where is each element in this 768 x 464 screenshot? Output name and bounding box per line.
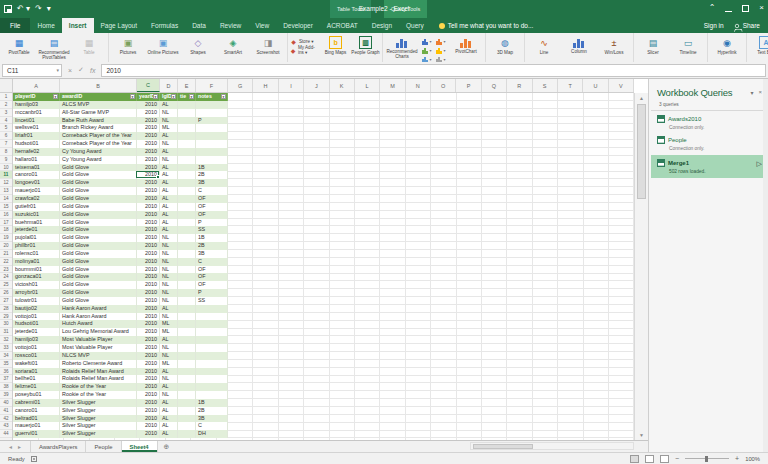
row-header-23[interactable]: 23 — [0, 266, 12, 274]
restore-icon[interactable] — [742, 5, 749, 12]
vertical-scroll-thumb[interactable] — [637, 104, 646, 199]
row-header-2[interactable]: 2 — [0, 101, 12, 109]
table-row[interactable]: arroybr01Gold Glove2010NLP — [13, 289, 228, 297]
panel-scrollbar[interactable] — [763, 79, 768, 452]
row-header-10[interactable]: 10 — [0, 164, 12, 172]
table-column-header-notes[interactable]: notes▾ — [196, 93, 228, 101]
button-slicer[interactable]: ▤Slicer — [636, 35, 670, 55]
table-row[interactable]: gutiefr01Gold Glove2010ALOF — [13, 203, 228, 211]
tab-insert[interactable]: Insert — [62, 18, 94, 33]
zoom-slider-knob[interactable] — [705, 456, 708, 462]
close-icon[interactable]: × — [759, 3, 764, 13]
button-my-add-ins[interactable]: ◆My Add-ins ▾ — [290, 46, 320, 54]
tab-file[interactable]: File — [0, 18, 30, 33]
row-header-18[interactable]: 18 — [0, 226, 12, 234]
chart-type-button[interactable]: ▾ — [420, 46, 434, 55]
filter-dropdown-icon[interactable]: ▾ — [189, 94, 194, 99]
table-row[interactable]: teixema01Gold Glove2010AL1B — [13, 164, 228, 172]
tab-data[interactable]: Data — [185, 18, 213, 33]
column-header-B[interactable]: B — [60, 79, 137, 92]
row-header-39[interactable]: 39 — [0, 391, 12, 399]
redo-button[interactable]: ↷ — [35, 2, 42, 16]
tab-view[interactable]: View — [248, 18, 276, 33]
table-row[interactable]: crawfca02Gold Glove2010ALOF — [13, 195, 228, 203]
button-pictures[interactable]: ▣Pictures — [111, 35, 145, 55]
column-header-F[interactable]: F — [196, 79, 228, 92]
button-text-box[interactable]: AText Box — [749, 35, 768, 55]
row-header-19[interactable]: 19 — [0, 234, 12, 242]
table-row[interactable]: molinya01Gold Glove2010NLC — [13, 258, 228, 266]
chart-type-button[interactable]: ▾ — [434, 37, 448, 46]
column-header-O[interactable]: O — [431, 79, 456, 92]
button-store[interactable]: ◆Store ▾ — [290, 37, 320, 45]
table-row[interactable]: bourmmi01Gold Glove2010NLOF — [13, 266, 228, 274]
table-row[interactable]: guerrvl01Silver Slugger2010ALDH — [13, 430, 228, 438]
table-column-header-yearID[interactable]: yearID▾ — [137, 93, 160, 101]
column-header-I[interactable]: I — [279, 79, 304, 92]
table-row[interactable]: wellsve01Branch Rickey Award2010ML — [13, 124, 228, 132]
button-recommended-charts[interactable]: Recommended Charts — [385, 35, 419, 60]
column-header-C[interactable]: C — [137, 79, 160, 92]
minimize-icon[interactable] — [725, 11, 732, 12]
sheet-nav-right-icon[interactable]: ► — [17, 444, 22, 450]
button-people-graph[interactable]: ▥People Graph — [351, 35, 380, 55]
sheet-tab-sheet4[interactable]: Sheet4 — [122, 441, 158, 452]
ribbon-display-options-icon[interactable]: ⌃ — [709, 3, 716, 13]
column-header-E[interactable]: E — [178, 79, 196, 92]
row-header-7[interactable]: 7 — [0, 140, 12, 148]
row-header-9[interactable]: 9 — [0, 156, 12, 164]
row-header-28[interactable]: 28 — [0, 305, 12, 313]
query-item-awards2010[interactable]: Awards2010Connection only. — [649, 111, 768, 132]
row-header-6[interactable]: 6 — [0, 132, 12, 140]
new-sheet-button[interactable]: ⊕ — [158, 441, 176, 452]
column-header-R[interactable]: R — [507, 79, 532, 92]
filter-dropdown-icon[interactable]: ▾ — [153, 94, 158, 99]
tab-home[interactable]: Home — [30, 18, 61, 33]
filter-dropdown-icon[interactable]: ▾ — [53, 94, 58, 99]
tab-design[interactable]: Design — [365, 18, 399, 33]
table-row[interactable]: hudsoti01Hutch Award2010ML — [13, 320, 228, 328]
normal-view-icon[interactable] — [630, 455, 639, 463]
column-header-D[interactable]: D — [160, 79, 178, 92]
panel-close-icon[interactable]: × — [758, 89, 762, 96]
column-header-G[interactable]: G — [228, 79, 253, 92]
row-header-20[interactable]: 20 — [0, 242, 12, 250]
column-header-A[interactable]: A — [13, 79, 60, 92]
chart-type-button[interactable]: ▾ — [434, 46, 448, 55]
table-row[interactable]: suzukic01Gold Glove2010ALOF — [13, 211, 228, 219]
column-header-K[interactable]: K — [330, 79, 355, 92]
name-box[interactable]: C11 ▾ — [2, 64, 62, 77]
row-header-1[interactable]: 1 — [0, 93, 12, 101]
table-row[interactable]: victosh01Gold Glove2010NLOF — [13, 281, 228, 289]
page-break-view-icon[interactable] — [660, 455, 669, 463]
table-row[interactable]: bautijo02Hank Aaron Award2010AL — [13, 305, 228, 313]
button-smartart[interactable]: ◈SmartArt — [216, 35, 250, 55]
filter-dropdown-icon[interactable]: ▾ — [171, 94, 176, 99]
table-row[interactable]: hernafe02Cy Young Award2010AL — [13, 148, 228, 156]
row-header-40[interactable]: 40 — [0, 399, 12, 407]
button-column[interactable]: Column — [562, 35, 596, 54]
row-header-4[interactable]: 4 — [0, 117, 12, 125]
undo-button[interactable]: ↶ ▾ — [17, 2, 30, 16]
row-header-22[interactable]: 22 — [0, 258, 12, 266]
row-header-25[interactable]: 25 — [0, 281, 12, 289]
row-header-12[interactable]: 12 — [0, 179, 12, 187]
row-header-16[interactable]: 16 — [0, 211, 12, 219]
sign-in-button[interactable]: Sign in — [704, 22, 724, 29]
column-header-S[interactable]: S — [533, 79, 558, 92]
filter-dropdown-icon[interactable]: ▾ — [221, 94, 226, 99]
column-header-T[interactable]: T — [558, 79, 583, 92]
row-header-33[interactable]: 33 — [0, 344, 12, 352]
table-row[interactable]: hudsoti01Comeback Player of the Year2010… — [13, 140, 228, 148]
button-table[interactable]: ▦Table — [72, 35, 106, 55]
row-header-15[interactable]: 15 — [0, 203, 12, 211]
column-header-Q[interactable]: Q — [482, 79, 507, 92]
table-row[interactable]: gonzaca01Gold Glove2010NLOF — [13, 273, 228, 281]
button-pivottable[interactable]: ▦PivotTable — [2, 35, 36, 55]
tab-developer[interactable]: Developer — [276, 18, 320, 33]
table-row[interactable]: rossco01NLCS MVP2010NL — [13, 352, 228, 360]
row-header-13[interactable]: 13 — [0, 187, 12, 195]
table-row[interactable]: jeterde01Gold Glove2010ALSS — [13, 226, 228, 234]
button-timeline[interactable]: ▭Timeline — [671, 35, 705, 55]
table-row[interactable]: beltrad01Silver Slugger2010AL3B — [13, 415, 228, 423]
